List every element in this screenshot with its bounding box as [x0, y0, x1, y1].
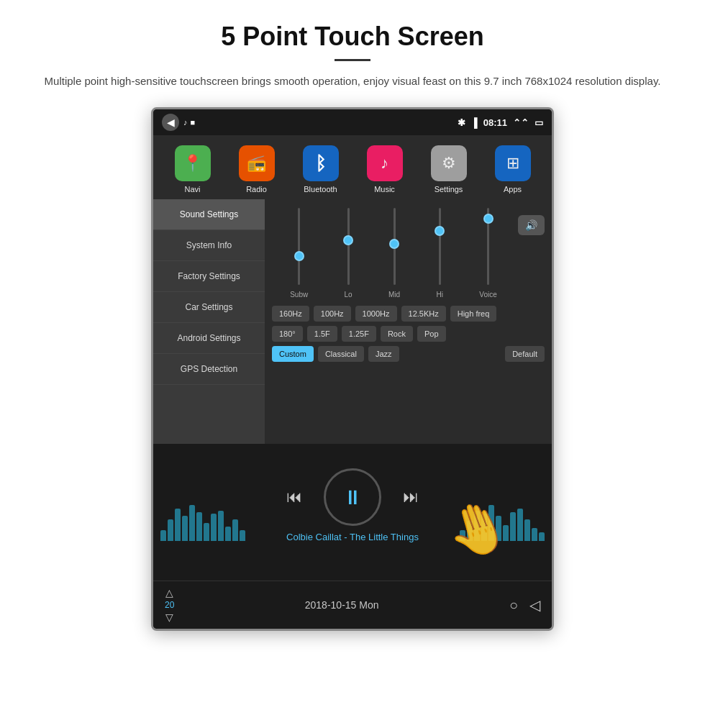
music-icon: ♪ — [367, 145, 403, 181]
signal-bar-icon: ▐ — [471, 117, 478, 128]
main-content: Sound Settings System Info Factory Setti… — [153, 199, 552, 444]
up-arrow[interactable]: △ — [165, 587, 173, 599]
expand-icon: ⌃⌃ — [513, 117, 529, 128]
track-name: Colbie Caillat - The Little Things — [286, 532, 419, 542]
title-divider — [335, 59, 370, 61]
app-settings[interactable]: ⚙ Settings — [424, 145, 474, 194]
menu-android-settings[interactable]: Android Settings — [153, 323, 265, 354]
player-controls: ⏮ ⏸ ⏭ — [286, 468, 419, 526]
menu-system-info[interactable]: System Info — [153, 230, 265, 261]
btn-highfreq[interactable]: High freq — [450, 306, 497, 322]
btn-12khz[interactable]: 12.5KHz — [401, 306, 446, 322]
btn-1000hz[interactable]: 1000Hz — [355, 306, 397, 322]
device-frame: ◀ ♪ ■ ✱ ▐ 08:11 ⌃⌃ ▭ 📍 Navi 📻 — [151, 107, 554, 631]
music-label: Music — [374, 185, 395, 194]
app-bluetooth[interactable]: ᛒ Bluetooth — [296, 145, 346, 194]
slider-voice[interactable]: Voice — [479, 208, 496, 299]
btn-classical[interactable]: Classical — [318, 346, 364, 362]
status-time: 08:11 — [483, 117, 507, 128]
music-player: ⏮ ⏸ ⏭ Colbie Caillat - The Little Things… — [153, 444, 552, 581]
slider-lo-label: Lo — [345, 291, 352, 299]
bluetooth-icon: ᛒ — [303, 145, 339, 181]
back-button[interactable]: ◀ — [162, 114, 179, 131]
slider-mid[interactable]: Mid — [388, 208, 400, 299]
radio-icon: 📻 — [239, 145, 275, 181]
navi-label: Navi — [184, 185, 200, 194]
play-pause-button[interactable]: ⏸ — [324, 468, 381, 526]
apps-label: Apps — [504, 185, 522, 194]
btn-160hz[interactable]: 160Hz — [272, 306, 309, 322]
settings-icon: ⚙ — [431, 145, 467, 181]
btn-100hz[interactable]: 100Hz — [314, 306, 351, 322]
slider-voice-label: Voice — [479, 291, 496, 299]
bluetooth-icon: ✱ — [458, 117, 465, 128]
status-icons: ♪ ■ — [183, 118, 195, 127]
bottom-bar: △ 20 ▽ 2018-10-15 Mon ○ ◁ — [153, 581, 552, 629]
navi-icon: 📍 — [175, 145, 211, 181]
btn-1-25f[interactable]: 1.25F — [342, 326, 376, 342]
status-left: ◀ ♪ ■ — [162, 114, 195, 131]
btn-default[interactable]: Default — [505, 346, 545, 362]
prev-button[interactable]: ⏮ — [286, 488, 302, 506]
slider-hi[interactable]: Hi — [437, 208, 443, 299]
speaker-button[interactable]: 🔊 — [518, 215, 545, 235]
bluetooth-label: Bluetooth — [304, 185, 337, 194]
bottom-date: 2018-10-15 Mon — [174, 599, 509, 611]
btn-custom[interactable]: Custom — [272, 346, 314, 362]
settings-label: Settings — [435, 185, 463, 194]
menu-gps-detection[interactable]: GPS Detection — [153, 354, 265, 385]
slider-subw-label: Subw — [290, 291, 308, 299]
btn-rock[interactable]: Rock — [381, 326, 413, 342]
app-apps[interactable]: ⊞ Apps — [488, 145, 538, 194]
signal-icon: ■ — [191, 118, 196, 127]
next-button[interactable]: ⏭ — [403, 488, 419, 506]
down-arrow[interactable]: ▽ — [165, 611, 173, 623]
music-status-icon: ♪ — [183, 118, 188, 127]
btn-180deg[interactable]: 180° — [272, 326, 303, 342]
nav-arrows: △ 20 ▽ — [165, 587, 174, 623]
app-grid: 📍 Navi 📻 Radio ᛒ Bluetooth ♪ Music ⚙ Set… — [153, 135, 552, 199]
app-navi[interactable]: 📍 Navi — [168, 145, 218, 194]
btn-pop[interactable]: Pop — [417, 326, 446, 342]
eq-btn-row-1: 160Hz 100Hz 1000Hz 12.5KHz High freq — [272, 306, 545, 322]
eq-sliders: Subw Lo — [272, 208, 515, 301]
btn-1-5f[interactable]: 1.5F — [307, 326, 337, 342]
page-wrapper: 5 Point Touch Screen Multiple point high… — [0, 0, 705, 645]
page-subtitle: Multiple point high-sensitive touchscree… — [14, 73, 691, 90]
slider-mid-label: Mid — [388, 291, 400, 299]
bottom-right: ○ ◁ — [509, 596, 540, 614]
eq-btn-row-3: Custom Classical Jazz Default — [272, 346, 545, 362]
slider-hi-label: Hi — [437, 291, 443, 299]
eq-area: Subw Lo — [265, 199, 552, 444]
eq-btn-row-2: 180° 1.5F 1.25F Rock Pop — [272, 326, 545, 342]
slider-lo[interactable]: Lo — [345, 208, 352, 299]
left-menu: Sound Settings System Info Factory Setti… — [153, 199, 265, 444]
app-radio[interactable]: 📻 Radio — [232, 145, 282, 194]
back-nav-button[interactable]: ◁ — [529, 596, 540, 614]
menu-factory-settings[interactable]: Factory Settings — [153, 261, 265, 292]
status-right: ✱ ▐ 08:11 ⌃⌃ ▭ — [458, 117, 543, 128]
apps-icon: ⊞ — [495, 145, 531, 181]
status-bar: ◀ ♪ ■ ✱ ▐ 08:11 ⌃⌃ ▭ — [153, 109, 552, 135]
slider-subw[interactable]: Subw — [290, 208, 308, 299]
page-title: 5 Point Touch Screen — [14, 22, 691, 52]
app-music[interactable]: ♪ Music — [360, 145, 410, 194]
radio-label: Radio — [246, 185, 267, 194]
menu-sound-settings[interactable]: Sound Settings — [153, 199, 265, 230]
menu-icon: ▭ — [535, 117, 543, 128]
nav-number: 20 — [165, 600, 174, 610]
menu-car-settings[interactable]: Car Settings — [153, 292, 265, 323]
home-button[interactable]: ○ — [509, 597, 518, 614]
btn-jazz[interactable]: Jazz — [368, 346, 399, 362]
